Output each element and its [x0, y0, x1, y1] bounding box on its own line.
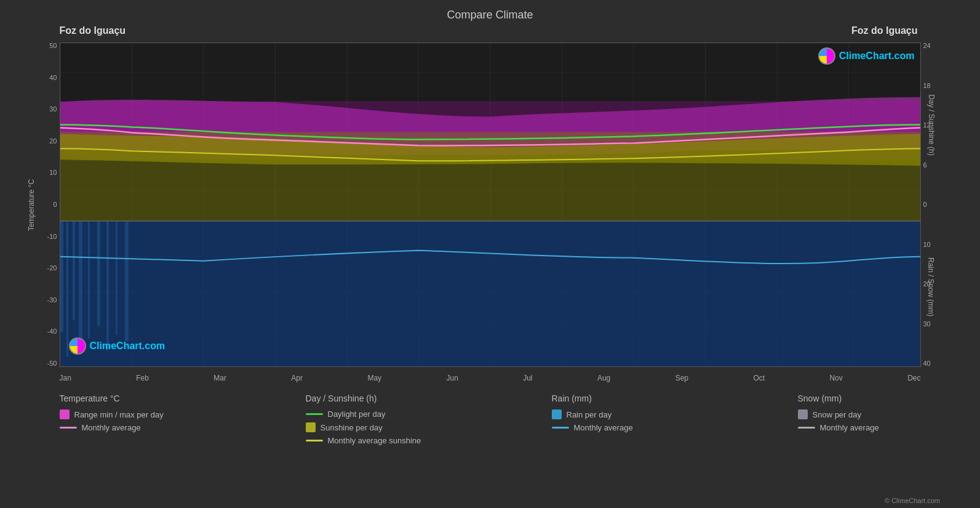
svg-rect-33	[78, 222, 82, 344]
svg-rect-31	[66, 222, 68, 357]
month-may: May	[367, 374, 381, 382]
legend-line-temp-avg	[60, 427, 77, 429]
month-jan: Jan	[60, 374, 71, 382]
legend-line-snow-avg	[798, 427, 815, 429]
logo-icon-bottom	[69, 337, 86, 355]
legend-item-snow: Snow per day	[798, 409, 921, 419]
legend-group-snow: Snow (mm) Snow per day Monthly average	[798, 393, 921, 445]
month-mar: Mar	[213, 374, 226, 382]
legend-item-rain-avg: Monthly average	[552, 423, 675, 432]
logo-top-right: ClimeChart.com	[818, 47, 915, 65]
legend-swatch-sunshine	[306, 422, 316, 432]
month-aug: Aug	[597, 374, 610, 382]
page-container: Compare Climate Foz do Iguaçu Foz do Igu…	[0, 0, 980, 508]
legend-item-sunshine-avg: Monthly average sunshine	[306, 436, 429, 445]
logo-text-top: ClimeChart.com	[839, 50, 915, 62]
month-dec: Dec	[907, 374, 920, 382]
y-axis-label-right-rain: Rain / Snow (mm)	[925, 207, 938, 367]
legend-group-sunshine: Day / Sunshine (h) Daylight per day Suns…	[306, 393, 429, 445]
svg-rect-32	[72, 222, 74, 320]
month-jul: Jul	[523, 374, 532, 382]
y-axis-label-right-sunshine: Day / Sunshine (h)	[925, 42, 938, 207]
chart-area: Foz do Iguaçu Foz do Iguaçu ClimeChart.c…	[26, 25, 955, 389]
legend-item-snow-avg: Monthly average	[798, 423, 921, 432]
legend-item-daylight: Daylight per day	[306, 409, 429, 419]
svg-rect-29	[60, 222, 920, 366]
page-title: Compare Climate	[447, 9, 533, 22]
svg-rect-35	[97, 222, 100, 326]
legend-item-temp-range: Range min / max per day	[60, 409, 183, 419]
copyright: © ClimeChart.com	[885, 497, 940, 504]
legend-title-snow: Snow (mm)	[798, 393, 921, 403]
legend-title-rain: Rain (mm)	[552, 393, 675, 403]
location-right: Foz do Iguaçu	[851, 25, 918, 36]
legend-item-temp-avg: Monthly average	[60, 423, 183, 432]
legend-title-sunshine: Day / Sunshine (h)	[306, 393, 429, 403]
month-oct: Oct	[753, 374, 765, 382]
legend-item-rain: Rain per day	[552, 409, 675, 419]
legend-line-sunshine-avg	[306, 440, 323, 441]
svg-rect-30	[60, 222, 63, 332]
legend-swatch-temp-range	[60, 409, 70, 419]
y-axis-label-left: Temperature °C	[26, 42, 38, 367]
svg-rect-38	[124, 222, 128, 341]
svg-rect-37	[115, 222, 117, 335]
chart-wrapper	[60, 42, 921, 367]
legend-item-sunshine: Sunshine per day	[306, 422, 429, 432]
legend-swatch-rain	[552, 409, 562, 419]
chart-svg	[60, 43, 920, 366]
logo-bottom-left: ClimeChart.com	[69, 337, 165, 355]
logo-text-bottom: ClimeChart.com	[90, 341, 165, 352]
month-jun: Jun	[446, 374, 458, 382]
logo-icon-top	[818, 47, 835, 65]
svg-rect-36	[106, 222, 108, 350]
x-axis: Jan Feb Mar Apr May Jun Jul Aug Sep Oct …	[60, 374, 921, 382]
month-nov: Nov	[829, 374, 842, 382]
legend-line-daylight	[306, 413, 323, 415]
legend-swatch-snow	[798, 409, 808, 419]
location-left: Foz do Iguaçu	[60, 25, 126, 36]
legend-group-temperature: Temperature °C Range min / max per day M…	[60, 393, 183, 445]
month-feb: Feb	[136, 374, 149, 382]
month-apr: Apr	[291, 374, 303, 382]
legend-group-rain: Rain (mm) Rain per day Monthly average	[552, 393, 675, 445]
month-sep: Sep	[675, 374, 688, 382]
legend-title-temp: Temperature °C	[60, 393, 183, 403]
svg-rect-34	[87, 222, 89, 338]
legend-area: Temperature °C Range min / max per day M…	[26, 393, 955, 445]
legend-line-rain-avg	[552, 427, 569, 429]
